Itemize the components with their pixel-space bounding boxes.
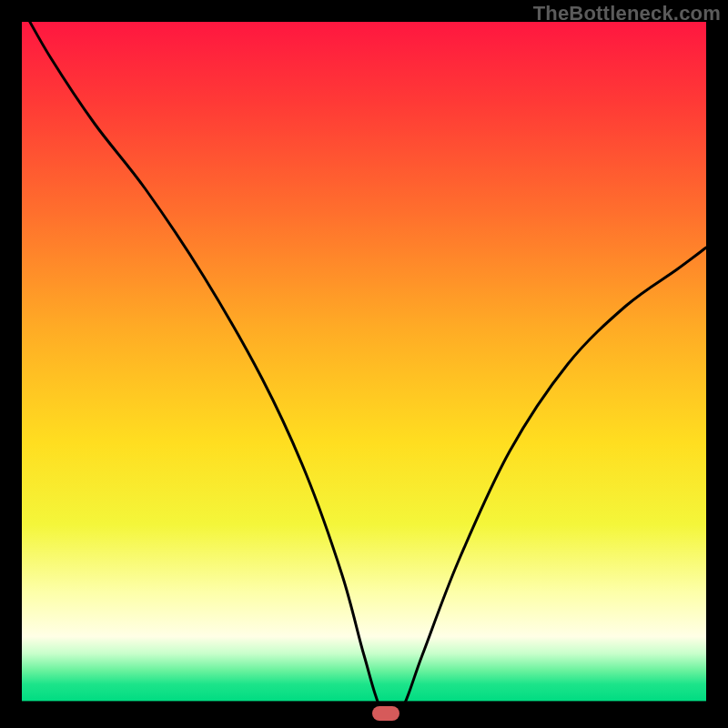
watermark-label: TheBottleneck.com: [533, 2, 721, 25]
gradient-plot-area: [22, 22, 706, 701]
bottleneck-chart: [0, 0, 728, 728]
optimum-marker: [372, 706, 399, 721]
chart-stage: TheBottleneck.com: [0, 0, 728, 728]
